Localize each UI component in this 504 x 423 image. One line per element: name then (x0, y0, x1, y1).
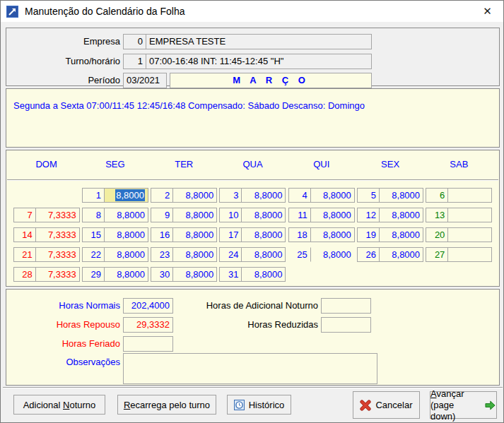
horas-feriado-label: Horas Feriado (6, 336, 120, 352)
day-hours-field[interactable]: 8,8000 (173, 267, 217, 282)
calendar-day-29: 298,8000 (82, 267, 148, 282)
calendar-day-9: 98,8000 (151, 208, 217, 222)
day-hours-field[interactable] (448, 208, 492, 222)
empresa-code-field: 0 (123, 34, 146, 49)
calendar-day-15: 158,8000 (82, 227, 148, 242)
day-hours-field[interactable]: 8,8000 (242, 208, 286, 222)
selected-hours-text: 8,8000 (115, 189, 145, 201)
calendar-grid: 18,800028,800038,800048,800058,8000677,3… (12, 188, 493, 282)
recarrega-pelo-turno-button[interactable]: Recarrega pelo turno (117, 395, 216, 415)
calendar-day-21: 217,3333 (13, 247, 80, 262)
day-hours-field[interactable]: 8,8000 (105, 188, 148, 203)
avancar-button[interactable]: Avançar (page down) (430, 391, 497, 419)
day-number: 4 (288, 188, 311, 203)
close-icon: ✕ (483, 5, 492, 18)
empresa-label: Empresa (6, 34, 120, 49)
day-number: 30 (151, 267, 173, 282)
clock-icon (234, 400, 245, 410)
day-hours-field[interactable]: 8,8000 (105, 247, 148, 262)
adicional-noturno-button[interactable]: Adicional Noturno (13, 395, 105, 415)
day-hours-field[interactable]: 8,8000 (311, 208, 355, 222)
day-hours-field[interactable]: 8,8000 (173, 247, 217, 262)
day-hours-field[interactable]: 8,8000 (173, 227, 217, 242)
observacoes-field[interactable] (123, 353, 377, 384)
day-hours-field[interactable]: 8,8000 (311, 188, 355, 203)
periodo-label: Período (6, 73, 120, 88)
day-hours-field[interactable]: 8,8000 (105, 208, 148, 222)
day-hours-field[interactable]: 8,8000 (242, 267, 286, 282)
day-hours-field[interactable]: 8,8000 (380, 227, 423, 242)
day-hours-field[interactable]: 8,8000 (242, 188, 286, 203)
day-number: 12 (357, 208, 380, 222)
red-x-icon (360, 400, 371, 411)
calendar-day-7: 77,3333 (13, 208, 80, 222)
calendar-day-31: 318,8000 (219, 267, 286, 282)
calendar-day-22: 228,8000 (82, 247, 148, 262)
recarrega-button-label: Recarrega pelo turno (124, 400, 210, 410)
day-number: 14 (13, 227, 36, 242)
day-number: 16 (151, 227, 173, 242)
calendar-day-25: 258,8000 (288, 247, 355, 262)
calendar-day-2: 28,8000 (151, 188, 217, 203)
calendar-header-dom: DOM (35, 159, 57, 172)
turno-label: Turno/horário (6, 54, 120, 69)
trend-arrow-icon (6, 6, 18, 18)
periodo-field[interactable]: 03/2021 (123, 73, 167, 88)
cancelar-button[interactable]: Cancelar (353, 391, 420, 419)
day-number: 5 (357, 188, 380, 203)
day-hours-field[interactable]: 8,8000 (380, 208, 423, 222)
calendar-day-16: 168,8000 (151, 227, 217, 242)
day-hours-field[interactable]: 8,8000 (311, 227, 355, 242)
adicional-noturno-field[interactable] (321, 298, 371, 314)
shift-description-area[interactable]: Segunda a Sexta 07:00/11:45 12:45/16:48 … (6, 88, 500, 148)
day-hours-field[interactable] (448, 227, 492, 242)
day-hours-field[interactable]: 8,8000 (173, 188, 217, 203)
bottom-divider (3, 387, 503, 388)
calendar-day-13: 13 (426, 208, 492, 222)
day-hours-field[interactable]: 8,8000 (311, 247, 355, 262)
day-hours-field[interactable]: 8,8000 (242, 227, 286, 242)
calendar-day-18: 188,8000 (288, 227, 355, 242)
calendar-day-10: 108,8000 (219, 208, 286, 222)
day-hours-field[interactable] (448, 188, 492, 203)
day-hours-field[interactable]: 7,3333 (36, 208, 80, 222)
calendar-day-20: 20 (426, 227, 492, 242)
day-hours-field[interactable]: 8,8000 (380, 188, 423, 203)
day-hours-field[interactable]: 7,3333 (36, 267, 80, 282)
horas-reduzidas-field[interactable] (321, 317, 371, 333)
calendar-headers: DOMSEGTERQUAQUISEXSAB (12, 159, 493, 172)
day-number: 19 (357, 227, 380, 242)
green-arrow-icon (484, 400, 496, 411)
historico-button[interactable]: Histórico (227, 395, 291, 415)
day-number: 2 (151, 188, 173, 203)
day-number: 29 (82, 267, 105, 282)
calendar-header-qui: QUI (313, 159, 329, 172)
day-number: 10 (219, 208, 242, 222)
avancar-button-label: Avançar (page down) (430, 388, 480, 422)
calendar-day-19: 198,8000 (357, 227, 423, 242)
day-hours-field[interactable]: 8,8000 (242, 247, 286, 262)
calendar-header-ter: TER (175, 159, 193, 172)
day-hours-field[interactable]: 8,8000 (105, 227, 148, 242)
day-hours-field[interactable]: 7,3333 (36, 227, 80, 242)
close-button[interactable]: ✕ (471, 1, 503, 22)
horas-feriado-field[interactable] (123, 336, 173, 352)
day-number: 22 (82, 247, 105, 262)
day-hours-field[interactable]: 8,8000 (105, 267, 148, 282)
day-hours-field[interactable]: 7,3333 (36, 247, 80, 262)
calendar-day-5: 58,8000 (357, 188, 423, 203)
day-number: 15 (82, 227, 105, 242)
day-number: 18 (288, 227, 311, 242)
day-hours-field[interactable] (448, 247, 492, 262)
day-number: 26 (357, 247, 380, 262)
calendar-panel: DOMSEGTERQUAQUISEXSAB 18,800028,800038,8… (6, 150, 500, 287)
shift-description-text: Segunda a Sexta 07:00/11:45 12:45/16:48 … (13, 100, 365, 111)
calendar-day-14: 147,3333 (13, 227, 80, 242)
calendar-day-3: 38,8000 (219, 188, 286, 203)
day-hours-field[interactable]: 8,8000 (173, 208, 217, 222)
day-hours-field[interactable]: 8,8000 (380, 247, 423, 262)
day-number: 11 (288, 208, 311, 222)
day-number: 20 (426, 227, 448, 242)
calendar-day-24: 248,8000 (219, 247, 286, 262)
day-number: 25 (288, 247, 311, 262)
